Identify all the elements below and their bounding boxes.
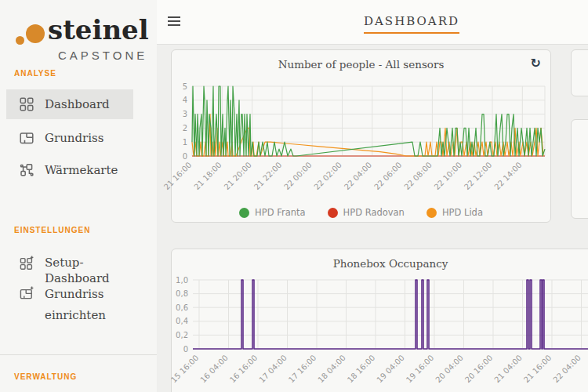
svg-text:21 16:00: 21 16:00 (162, 161, 193, 191)
section-header-einstellungen: EINSTELLUNGEN (14, 226, 90, 234)
franta-dot-icon (239, 208, 249, 218)
sidebar: steinel CAPSTONE ANALYSE Dashboard (0, 0, 157, 392)
svg-text:15 16:00: 15 16:00 (169, 354, 200, 384)
brand-subtitle: CAPSTONE (58, 49, 147, 62)
svg-text:22 12:00: 22 12:00 (463, 161, 493, 191)
logo-dot-small-icon (16, 36, 24, 45)
svg-text:17 16:00: 17 16:00 (287, 354, 318, 384)
sidebar-item-waermekarte[interactable]: Wärmekarte (6, 155, 133, 185)
svg-text:21 16:00: 21 16:00 (522, 354, 553, 384)
svg-text:3: 3 (183, 110, 187, 118)
svg-text:18 16:00: 18 16:00 (346, 354, 376, 384)
svg-text:0: 0 (183, 152, 187, 161)
main-content: Number of people - All sensors ↻ 0123452… (157, 45, 588, 392)
people-line-chart: 01234521 16:0021 18:0021 20:0021 22:0022… (172, 78, 552, 198)
svg-text:22 08:00: 22 08:00 (402, 161, 433, 191)
svg-text:19 04:00: 19 04:00 (376, 354, 406, 384)
sidebar-item-label: Wärmekarte (45, 162, 118, 178)
svg-text:16 16:00: 16 16:00 (228, 354, 259, 384)
floorplan-icon (20, 131, 34, 145)
heatmap-icon (20, 163, 34, 177)
svg-text:22 02:00: 22 02:00 (313, 161, 343, 191)
svg-text:21 18:00: 21 18:00 (192, 161, 223, 191)
svg-text:20 16:00: 20 16:00 (463, 354, 494, 384)
sidebar-item-label: Grundriss (45, 130, 103, 146)
svg-text:22 04:00: 22 04:00 (552, 354, 583, 384)
sidebar-item-dashboard[interactable]: Dashboard (6, 89, 133, 119)
phonebox-card: Phonebox Occupancy 00,20,40,60,81,015 16… (171, 249, 588, 392)
page-title: DASHBOARD (364, 14, 459, 34)
svg-text:0,4: 0,4 (176, 317, 188, 325)
chart-legend: HPD Franta HPD Radovan HPD Lida (172, 207, 550, 218)
svg-text:16 04:00: 16 04:00 (199, 354, 230, 384)
sidebar-item-grundriss-einrichten[interactable]: Grundriss einrichten (6, 278, 133, 325)
legend-item-franta[interactable]: HPD Franta (239, 207, 306, 218)
people-sensors-card: Number of people - All sensors ↻ 0123452… (171, 49, 551, 223)
svg-text:22 06:00: 22 06:00 (372, 161, 403, 191)
svg-text:19 16:00: 19 16:00 (405, 354, 435, 384)
svg-text:5: 5 (183, 82, 187, 91)
svg-text:0,8: 0,8 (176, 289, 188, 298)
refresh-icon[interactable]: ↻ (531, 56, 541, 71)
svg-text:4: 4 (183, 96, 187, 104)
svg-text:22 14:00: 22 14:00 (492, 161, 523, 191)
menu-icon[interactable] (168, 16, 182, 27)
svg-text:22 10:00: 22 10:00 (433, 161, 463, 191)
lida-dot-icon (426, 208, 437, 218)
app-window: steinel CAPSTONE ANALYSE Dashboard (0, 0, 588, 392)
svg-text:1: 1 (183, 138, 187, 147)
phonebox-chart-title: Phonebox Occupancy (172, 257, 588, 270)
svg-text:21 20:00: 21 20:00 (223, 161, 253, 191)
svg-text:0,2: 0,2 (176, 331, 188, 339)
svg-text:21 04:00: 21 04:00 (493, 354, 524, 384)
floorplan-add-icon (20, 286, 34, 300)
svg-text:22 00:00: 22 00:00 (282, 161, 313, 191)
svg-text:17 04:00: 17 04:00 (258, 354, 289, 384)
people-chart-title: Number of people - All sensors (172, 58, 550, 71)
sidebar-item-setup-dashboard[interactable]: Setup-Dashboard (6, 248, 133, 278)
svg-text:22 04:00: 22 04:00 (343, 161, 373, 191)
sidebar-item-label: Grundriss einrichten (45, 284, 131, 326)
side-card-top (571, 49, 588, 96)
legend-item-lida[interactable]: HPD Lida (426, 207, 483, 218)
topbar: DASHBOARD (157, 0, 588, 45)
sidebar-divider (0, 354, 157, 355)
dashboard-icon (20, 97, 34, 111)
svg-text:1,0: 1,0 (176, 276, 188, 285)
legend-item-radovan[interactable]: HPD Radovan (328, 207, 405, 218)
sidebar-item-grundriss[interactable]: Grundriss (6, 123, 133, 153)
svg-text:18 04:00: 18 04:00 (317, 354, 347, 384)
steinel-logo: steinel CAPSTONE (0, 8, 157, 63)
svg-text:2: 2 (183, 124, 187, 132)
section-header-verwaltung: VERWALTUNG (14, 372, 77, 381)
phonebox-line-chart: 00,20,40,60,81,015 16:0016 04:0016 16:00… (172, 273, 588, 392)
svg-text:20 04:00: 20 04:00 (434, 354, 465, 384)
svg-text:0: 0 (183, 345, 188, 354)
svg-text:21 22:00: 21 22:00 (252, 161, 283, 191)
section-header-analyse: ANALYSE (14, 69, 56, 78)
side-card-bottom (571, 119, 588, 219)
sidebar-item-label: Dashboard (45, 96, 110, 112)
brand-name: steinel (48, 14, 149, 45)
svg-text:0,6: 0,6 (176, 303, 188, 312)
radovan-dot-icon (328, 208, 338, 218)
dashboard-add-icon (20, 256, 34, 270)
logo-dot-icon (26, 24, 45, 43)
